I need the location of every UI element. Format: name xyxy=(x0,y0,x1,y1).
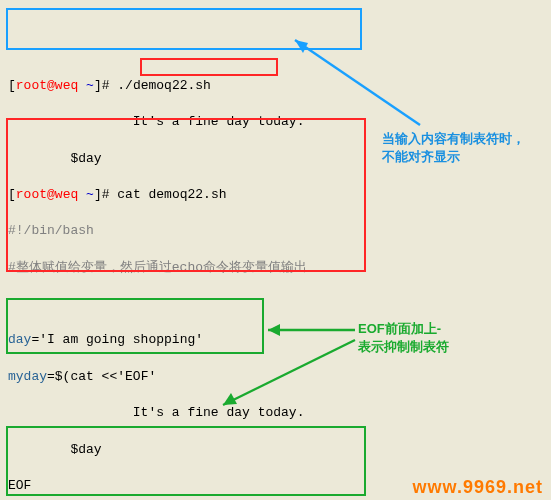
note-green: EOF前面加上- 表示抑制制表符 xyxy=(358,320,449,356)
note-blue: 当输入内容有制表符时， 不能对齐显示 xyxy=(382,130,525,166)
blank-line xyxy=(8,295,543,313)
annotation-arrows xyxy=(0,0,551,500)
cmd-cat: cat demoq22.sh xyxy=(117,187,226,202)
svg-marker-1 xyxy=(295,40,308,53)
highlight-box-blue xyxy=(6,8,362,50)
highlight-box-red-cmd xyxy=(140,58,278,76)
script-line: day='I am going shopping' xyxy=(8,331,543,349)
prompt-line: [root@weq ~]# cat demoq22.sh xyxy=(8,186,543,204)
watermark: www.9969.net xyxy=(413,475,543,500)
script-line: It's a fine day today. xyxy=(8,404,543,422)
script-line: $day xyxy=(8,441,543,459)
comment-line: #整体赋值给变量，然后通过echo命令将变量值输出 xyxy=(8,259,543,277)
script-line: myday=$(cat <<'EOF' xyxy=(8,368,543,386)
output-line: It's a fine day today. xyxy=(8,113,543,131)
cmd-run: ./demoq22.sh xyxy=(117,78,211,93)
prompt-line: [root@weq ~]# ./demoq22.sh xyxy=(8,77,543,95)
shebang: #!/bin/bash xyxy=(8,222,543,240)
